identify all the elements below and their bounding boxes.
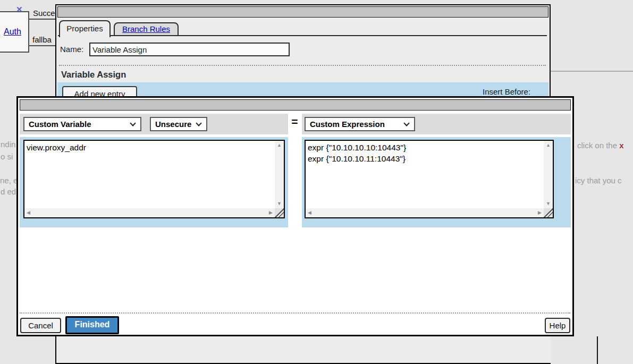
buttons-separator — [20, 312, 570, 314]
scroll-left-icon[interactable]: ◀ — [308, 210, 311, 215]
branch-label-successful: Succe — [33, 9, 55, 18]
resize-grip[interactable] — [544, 208, 553, 217]
scroll-right-icon[interactable]: ▶ — [269, 210, 273, 215]
equals-sign: = — [288, 115, 302, 128]
scroll-right-icon[interactable]: ▶ — [538, 210, 542, 215]
horizontal-scrollbar[interactable]: ◀ ▶ — [24, 208, 275, 217]
chevron-down-icon — [196, 120, 201, 126]
chevron-down-icon — [403, 120, 409, 126]
help-text-fragment: ndin — [1, 140, 15, 149]
vertical-scrollbar[interactable]: ▲ ▼ — [275, 141, 284, 208]
tab-branch-rules[interactable]: Branch Rules — [114, 22, 179, 36]
help-text-fragment: o si — [1, 152, 13, 161]
secure-select[interactable]: Unsecure — [150, 117, 207, 131]
name-input[interactable] — [89, 43, 290, 56]
section-separator — [59, 65, 546, 66]
tab-properties[interactable]: Properties — [59, 20, 111, 37]
help-text: click on the — [577, 141, 619, 150]
insert-before-label: Insert Before: — [483, 87, 530, 96]
scroll-down-icon[interactable]: ▼ — [546, 201, 551, 206]
finished-button[interactable]: Finished — [65, 316, 119, 334]
node-close-icon[interactable]: ✕ — [16, 5, 23, 14]
help-text-fragment: click on the x — [577, 141, 624, 150]
background-window-edge — [597, 336, 598, 364]
secure-value: Unsecure — [155, 120, 193, 129]
scroll-up-icon[interactable]: ▲ — [546, 143, 551, 148]
branch-connector-line — [29, 19, 56, 20]
variable-type-select[interactable]: Custom Variable — [23, 117, 141, 131]
scroll-left-icon[interactable]: ◀ — [27, 210, 30, 215]
vpe-screen: ✕ Auth Succe fallba ndin o si ne, e d ed… — [0, 0, 633, 364]
help-button[interactable]: Help — [545, 318, 570, 333]
expression-type-select[interactable]: Custom Expression — [305, 117, 415, 131]
help-text-fragment: ne, e — [0, 176, 18, 185]
scroll-up-icon[interactable]: ▲ — [277, 143, 282, 148]
help-text-fragment: d ed — [1, 187, 16, 196]
help-text-fragment: icy that you c — [575, 176, 622, 185]
cancel-button[interactable]: Cancel — [20, 318, 61, 333]
assignment-dialog-titlebar[interactable] — [20, 99, 571, 111]
variable-textarea[interactable]: view.proxy_addr ▲ ▼ ◀ ▶ — [23, 140, 285, 218]
variable-type-value: Custom Variable — [29, 120, 128, 129]
scroll-down-icon[interactable]: ▼ — [277, 201, 282, 206]
chevron-down-icon — [130, 120, 136, 126]
properties-dialog-border — [550, 4, 551, 97]
expression-textarea[interactable]: expr {"10.10.10.10:10443"} expr {"10.10.… — [305, 140, 554, 218]
tab-branch-rules-label: Branch Rules — [122, 24, 170, 33]
horizontal-scrollbar[interactable]: ◀ ▶ — [306, 208, 544, 217]
expression-text[interactable]: expr {"10.10.10.10:10443"} expr {"10.10.… — [306, 141, 543, 208]
properties-dialog-titlebar[interactable] — [57, 6, 548, 18]
vertical-scrollbar[interactable]: ▲ ▼ — [544, 141, 553, 208]
name-label: Name: — [60, 45, 83, 54]
branch-connector-line — [29, 45, 56, 46]
assignment-dialog: Custom Variable Unsecure = Custom Expres… — [16, 96, 574, 336]
resize-grip[interactable] — [275, 208, 284, 217]
expression-line: expr {"10.10.10.11:10443"} — [308, 153, 542, 164]
variable-text[interactable]: view.proxy_addr — [25, 141, 274, 208]
delete-x-icon: x — [619, 141, 623, 150]
auth-node-link[interactable]: Auth — [4, 27, 21, 37]
expression-line: expr {"10.10.10.10:10443"} — [308, 142, 542, 153]
expression-type-value: Custom Expression — [310, 120, 401, 129]
branch-label-fallback: fallba — [32, 35, 52, 44]
background-divider-line — [551, 71, 633, 72]
section-title: Variable Assign — [61, 70, 126, 80]
